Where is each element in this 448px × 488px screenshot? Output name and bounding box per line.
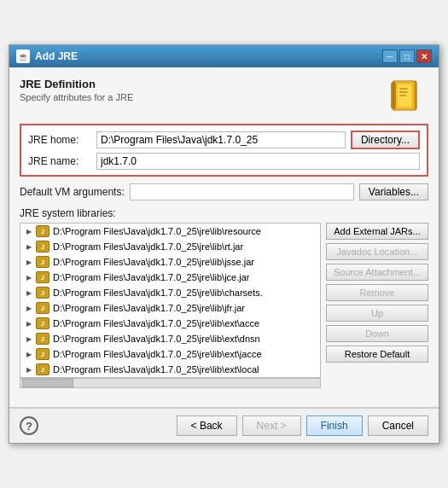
item-path: D:\Program Files\Java\jdk1.7.0_25\jre\li… xyxy=(53,303,245,313)
header-area: JRE Definition Specify attributes for a … xyxy=(20,78,428,115)
jar-icon: J xyxy=(36,225,49,237)
list-item[interactable]: ▶ J D:\Program Files\Java\jdk1.7.0_25\jr… xyxy=(20,270,320,285)
restore-default-button[interactable]: Restore Default xyxy=(326,346,428,363)
up-button[interactable]: Up xyxy=(326,305,428,322)
variables-button[interactable]: Variables... xyxy=(359,183,428,200)
svg-rect-7 xyxy=(399,95,406,96)
svg-rect-4 xyxy=(391,83,396,108)
item-path: D:\Program Files\Java\jdk1.7.0_25\jre\li… xyxy=(53,241,243,252)
close-button[interactable]: ✕ xyxy=(416,49,432,63)
add-external-jars-button[interactable]: Add External JARs... xyxy=(326,223,428,240)
svg-rect-5 xyxy=(399,88,408,90)
jre-form: JRE home: Directory... JRE name: xyxy=(20,124,428,177)
horizontal-scrollbar[interactable] xyxy=(20,378,321,388)
list-item[interactable]: ▶ J D:\Program Files\Java\jdk1.7.0_25\jr… xyxy=(20,316,320,331)
window-title: Add JRE xyxy=(35,50,78,62)
item-path: D:\Program Files\Java\jdk1.7.0_25\jre\li… xyxy=(53,257,254,267)
window-icon: ☕ xyxy=(16,49,30,63)
svg-rect-6 xyxy=(399,91,408,93)
item-path: D:\Program Files\Java\jdk1.7.0_25\jre\li… xyxy=(53,288,263,298)
minimize-button[interactable]: ─ xyxy=(382,49,398,63)
book-icon xyxy=(387,78,428,115)
header-text: JRE Definition Specify attributes for a … xyxy=(20,78,379,113)
jre-name-input[interactable] xyxy=(96,153,420,170)
title-bar: ☕ Add JRE ─ □ ✕ xyxy=(9,45,439,67)
back-button[interactable]: < Back xyxy=(177,415,237,436)
jar-icon: J xyxy=(36,348,49,360)
expand-arrow: ▶ xyxy=(24,257,34,267)
jre-home-input[interactable] xyxy=(96,131,346,148)
section-subtitle: Specify attributes for a JRE xyxy=(20,92,379,102)
title-bar-left: ☕ Add JRE xyxy=(16,49,78,63)
item-path: D:\Program Files\Java\jdk1.7.0_25\jre\li… xyxy=(53,349,262,359)
next-button[interactable]: Next > xyxy=(242,415,301,436)
bottom-bar: ? < Back Next > Finish Cancel xyxy=(9,408,439,443)
expand-arrow: ▶ xyxy=(24,288,34,298)
source-attachment-button[interactable]: Source Attachment... xyxy=(326,264,428,281)
item-path: D:\Program Files\Java\jdk1.7.0_25\jre\li… xyxy=(53,364,259,375)
list-item[interactable]: ▶ J D:\Program Files\Java\jdk1.7.0_25\jr… xyxy=(20,300,320,316)
library-buttons: Add External JARs... Javadoc Location...… xyxy=(326,223,428,388)
jar-icon: J xyxy=(36,256,49,268)
scrollbar-thumb xyxy=(22,379,73,387)
libraries-area: ▶ J D:\Program Files\Java\jdk1.7.0_25\jr… xyxy=(20,223,428,388)
expand-arrow: ▶ xyxy=(24,349,34,359)
item-path: D:\Program Files\Java\jdk1.7.0_25\jre\li… xyxy=(53,272,249,282)
maximize-button[interactable]: □ xyxy=(399,49,415,63)
item-path: D:\Program Files\Java\jdk1.7.0_25\jre\li… xyxy=(53,318,259,328)
javadoc-location-button[interactable]: Javadoc Location... xyxy=(326,243,428,260)
jar-icon: J xyxy=(36,317,49,329)
jar-icon: J xyxy=(36,287,49,299)
list-item[interactable]: ▶ J D:\Program Files\Java\jdk1.7.0_25\jr… xyxy=(20,346,320,362)
item-path: D:\Program Files\Java\jdk1.7.0_25\jre\li… xyxy=(53,334,260,344)
expand-arrow: ▶ xyxy=(24,226,34,236)
expand-arrow: ▶ xyxy=(24,241,34,252)
cancel-button[interactable]: Cancel xyxy=(368,415,428,436)
list-item[interactable]: ▶ J D:\Program Files\Java\jdk1.7.0_25\jr… xyxy=(20,331,320,346)
help-button[interactable]: ? xyxy=(20,416,38,435)
list-item[interactable]: ▶ J D:\Program Files\Java\jdk1.7.0_25\jr… xyxy=(20,362,320,377)
jre-name-label: JRE name: xyxy=(28,155,96,167)
expand-arrow: ▶ xyxy=(24,334,34,344)
jar-icon: J xyxy=(36,302,49,314)
add-jre-dialog: ☕ Add JRE ─ □ ✕ JRE Definition Specify a… xyxy=(9,44,439,444)
tree-container: ▶ J D:\Program Files\Java\jdk1.7.0_25\jr… xyxy=(20,223,321,388)
expand-arrow: ▶ xyxy=(24,272,34,282)
section-title: JRE Definition xyxy=(20,78,379,90)
dialog-content: JRE Definition Specify attributes for a … xyxy=(9,67,439,407)
nav-buttons: < Back Next > Finish Cancel xyxy=(177,415,428,436)
title-bar-controls: ─ □ ✕ xyxy=(382,49,432,63)
directory-button[interactable]: Directory... xyxy=(351,131,420,149)
finish-button[interactable]: Finish xyxy=(306,415,363,436)
jar-icon: J xyxy=(36,333,49,345)
jre-home-row: JRE home: Directory... xyxy=(28,131,420,149)
jre-home-label: JRE home: xyxy=(28,134,96,146)
jre-name-row: JRE name: xyxy=(28,153,420,170)
expand-arrow: ▶ xyxy=(24,364,34,375)
expand-arrow: ▶ xyxy=(24,318,34,328)
list-item[interactable]: ▶ J D:\Program Files\Java\jdk1.7.0_25\jr… xyxy=(20,285,320,300)
list-item[interactable]: ▶ J D:\Program Files\Java\jdk1.7.0_25\jr… xyxy=(20,254,320,270)
jar-icon: J xyxy=(36,271,49,283)
down-button[interactable]: Down xyxy=(326,325,428,342)
jar-icon: J xyxy=(36,241,49,253)
libraries-label: JRE system libraries: xyxy=(20,207,428,219)
vm-args-row: Default VM arguments: Variables... xyxy=(20,183,428,200)
expand-arrow: ▶ xyxy=(24,303,34,313)
list-item[interactable]: ▶ J D:\Program Files\Java\jdk1.7.0_25\jr… xyxy=(20,224,320,239)
vm-args-input[interactable] xyxy=(130,183,354,200)
item-path: D:\Program Files\Java\jdk1.7.0_25\jre\li… xyxy=(53,226,261,236)
tree-list[interactable]: ▶ J D:\Program Files\Java\jdk1.7.0_25\jr… xyxy=(20,223,321,378)
list-item[interactable]: ▶ J D:\Program Files\Java\jdk1.7.0_25\jr… xyxy=(20,239,320,254)
jar-icon: J xyxy=(36,363,49,375)
remove-button[interactable]: Remove xyxy=(326,284,428,301)
vm-args-label: Default VM arguments: xyxy=(20,186,125,198)
